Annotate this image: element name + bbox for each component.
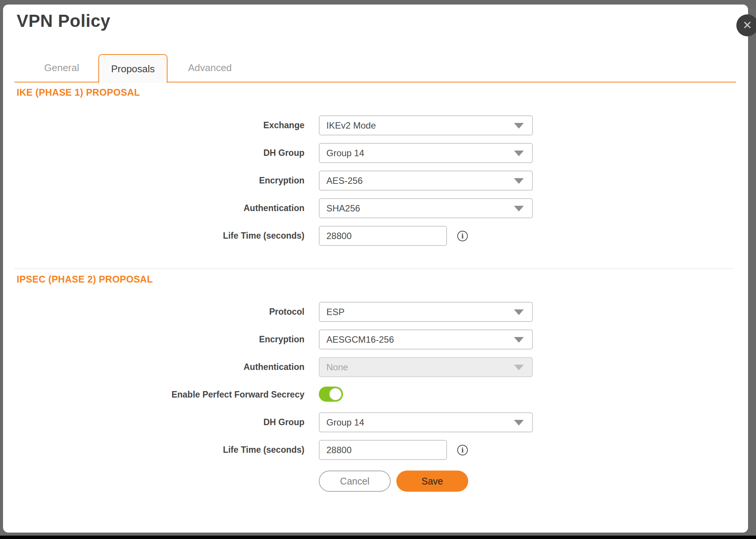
ike-authentication-select[interactable]: SHA256 <box>319 198 533 218</box>
ipsec-lifetime-input[interactable] <box>319 440 447 460</box>
ike-lifetime-label: Life Time (seconds) <box>17 226 304 246</box>
cancel-button[interactable]: Cancel <box>319 471 391 492</box>
ipsec-lifetime-label: Life Time (seconds) <box>17 440 304 460</box>
exchange-label: Exchange <box>17 115 304 135</box>
close-icon: ✕ <box>742 14 752 36</box>
bottom-screen-edge <box>0 536 756 539</box>
ipsec-phase2-heading: IPSEC (PHASE 2) PROPOSAL <box>17 274 153 285</box>
ipsec-authentication-label: Authentication <box>17 357 304 377</box>
chevron-down-icon <box>514 178 524 184</box>
ipsec-encryption-row: Encryption AESGCM16-256 <box>17 329 734 349</box>
chevron-down-icon <box>514 309 524 315</box>
protocol-label: Protocol <box>17 302 304 322</box>
pfs-label: Enable Perfect Forward Secrecy <box>17 385 304 405</box>
protocol-select[interactable]: ESP <box>319 302 533 322</box>
ike-dh-group-select-value: Group 14 <box>326 148 364 158</box>
ipsec-dh-group-select-value: Group 14 <box>326 417 364 428</box>
ike-encryption-label: Encryption <box>17 171 304 191</box>
info-icon[interactable]: i <box>457 445 468 455</box>
ike-encryption-select-value: AES-256 <box>326 176 363 186</box>
ike-phase1-heading: IKE (PHASE 1) PROPOSAL <box>17 87 140 98</box>
ike-encryption-row: Encryption AES-256 <box>17 171 734 191</box>
chevron-down-icon <box>514 420 524 426</box>
chevron-down-icon <box>514 337 524 343</box>
protocol-row: Protocol ESP <box>17 302 734 322</box>
chevron-down-icon <box>514 365 524 370</box>
exchange-select-value: IKEv2 Mode <box>326 120 376 131</box>
ike-dh-group-select[interactable]: Group 14 <box>319 143 533 163</box>
ike-authentication-select-value: SHA256 <box>326 203 360 214</box>
pfs-row: Enable Perfect Forward Secrecy <box>17 385 734 405</box>
tab-advanced[interactable]: Advanced <box>174 54 246 82</box>
tab-general[interactable]: General <box>26 54 98 82</box>
exchange-select[interactable]: IKEv2 Mode <box>319 115 533 135</box>
ike-lifetime-input[interactable] <box>319 226 447 246</box>
ipsec-dh-group-select[interactable]: Group 14 <box>319 412 533 432</box>
ipsec-authentication-select: None <box>319 357 533 377</box>
toggle-knob <box>329 388 342 400</box>
ipsec-authentication-row: Authentication None <box>17 357 734 377</box>
ipsec-dh-group-row: DH Group Group 14 <box>17 412 734 432</box>
ike-lifetime-row: Life Time (seconds) i <box>17 226 734 246</box>
tab-proposals[interactable]: Proposals <box>98 54 168 83</box>
vpn-policy-dialog: VPN Policy General Proposals Advanced IK… <box>3 5 748 533</box>
chevron-down-icon <box>514 151 524 156</box>
close-button[interactable]: ✕ <box>736 14 756 36</box>
chevron-down-icon <box>514 123 524 129</box>
section-divider <box>14 269 733 269</box>
ike-dh-group-label: DH Group <box>17 143 304 163</box>
ike-authentication-label: Authentication <box>17 198 304 218</box>
ike-encryption-select[interactable]: AES-256 <box>319 171 533 191</box>
ipsec-dh-group-label: DH Group <box>17 412 304 432</box>
screen-backdrop: VPN Policy General Proposals Advanced IK… <box>0 0 756 539</box>
info-icon[interactable]: i <box>457 231 468 241</box>
exchange-row: Exchange IKEv2 Mode <box>17 115 734 135</box>
save-button[interactable]: Save <box>396 471 468 492</box>
ike-authentication-row: Authentication SHA256 <box>17 198 734 218</box>
ipsec-lifetime-row: Life Time (seconds) i <box>17 440 734 460</box>
chevron-down-icon <box>514 206 524 211</box>
ipsec-authentication-select-value: None <box>326 362 348 373</box>
protocol-select-value: ESP <box>326 307 345 317</box>
pfs-toggle[interactable] <box>319 387 343 402</box>
ipsec-encryption-select[interactable]: AESGCM16-256 <box>319 329 533 349</box>
ike-dh-group-row: DH Group Group 14 <box>17 143 734 163</box>
ipsec-encryption-select-value: AESGCM16-256 <box>326 334 394 345</box>
ipsec-encryption-label: Encryption <box>17 329 304 349</box>
dialog-title: VPN Policy <box>17 11 110 31</box>
